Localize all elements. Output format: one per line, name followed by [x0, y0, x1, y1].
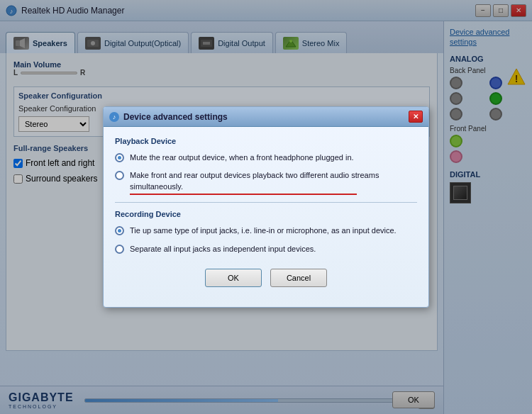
radio-3[interactable] [115, 226, 124, 235]
modal-title-icon: ♪ [109, 112, 119, 122]
radio-2[interactable] [115, 171, 124, 180]
modal-ok-button[interactable]: OK [205, 269, 262, 287]
radio-row-4: Separate all input jacks as independent … [115, 244, 417, 254]
modal-footer: OK Cancel [115, 262, 417, 297]
modal-cancel-button[interactable]: Cancel [270, 269, 327, 287]
device-advanced-modal: ♪ Device advanced settings ✕ Playback De… [103, 106, 429, 308]
radio-4[interactable] [115, 245, 124, 254]
modal-overlay: ♪ Device advanced settings ✕ Playback De… [0, 0, 532, 414]
radio-1[interactable] [115, 153, 124, 162]
modal-body: Playback Device Mute the rear output dev… [104, 127, 428, 307]
section-divider [115, 202, 417, 203]
radio-3-label: Tie up same type of input jacks, i.e. li… [130, 225, 397, 236]
modal-title-text: Device advanced settings [123, 112, 409, 122]
modal-close-button[interactable]: ✕ [409, 111, 423, 123]
radio-4-label: Separate all input jacks as independent … [130, 244, 316, 254]
radio-row-1: Mute the rear output device, when a fron… [115, 152, 417, 163]
radio-2-label: Make front and rear output devices playb… [130, 171, 379, 190]
radio-row-2: Make front and rear output devices playb… [115, 170, 417, 195]
radio-1-label: Mute the rear output device, when a fron… [130, 152, 354, 163]
red-underline [130, 194, 357, 195]
playback-section-title: Playback Device [115, 137, 417, 145]
radio-row-3: Tie up same type of input jacks, i.e. li… [115, 225, 417, 236]
modal-title-bar: ♪ Device advanced settings ✕ [104, 107, 428, 127]
recording-section-title: Recording Device [115, 210, 417, 218]
